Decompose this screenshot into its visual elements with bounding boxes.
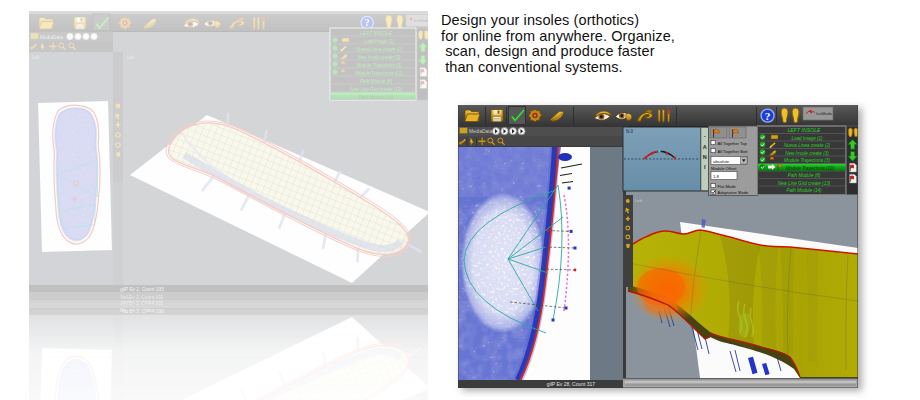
svg-text:Module Trayectoria (13): Module Trayectoria (13) [355,71,403,76]
svg-text:All Together Top: All Together Top [718,141,748,146]
svg-text:A: A [703,144,707,150]
svg-text:1.8: 1.8 [713,174,720,179]
svg-text:Left: Left [127,55,135,60]
svg-text:New Insole create (3): New Insole create (3) [358,55,401,60]
svg-text:InsMode: InsMode [414,18,428,23]
svg-text:Adaptative Mode: Adaptative Mode [718,190,749,195]
svg-text:absolute: absolute [713,159,730,164]
svg-text:MediaData: MediaData [40,35,64,40]
svg-text:New Insole create (3): New Insole create (3) [785,151,829,156]
svg-text:Path Module (8): Path Module (8) [788,173,821,178]
svg-text:MediaData: MediaData [469,129,493,134]
svg-text:LEFT INSOLE: LEFT INSOLE [787,127,821,133]
svg-text:NsLEv 2, Count 192: NsLEv 2, Count 192 [121,295,164,300]
svg-text:New Line Grid create (13): New Line Grid create (13) [350,87,402,92]
svg-text:N: N [703,154,707,160]
svg-text:Module Trayectoria (3): Module Trayectoria (3) [784,158,830,163]
svg-text:Module Trayectoria (10): Module Trayectoria (10) [786,166,835,171]
svg-text:Nueva Linea create (2): Nueva Linea create (2) [356,47,402,52]
svg-text:N.0: N.0 [626,129,634,134]
svg-text:InsMode: InsMode [816,111,833,116]
svg-text:Path Module (14): Path Module (14) [359,95,394,100]
svg-text:LEFT INSOLE: LEFT INSOLE [360,30,393,36]
svg-text:All Together Bott: All Together Bott [718,149,749,154]
svg-text:New Line Grid create (13): New Line Grid create (13) [778,181,831,186]
svg-text:Left: Left [635,198,643,203]
svg-text:Left: Left [32,55,40,60]
svg-text:Load Image (1): Load Image (1) [364,39,395,44]
svg-text:Path Module (14): Path Module (14) [786,188,822,193]
svg-text:gilP Ev 28, Count 317: gilP Ev 28, Count 317 [547,381,595,387]
svg-text:Flat Mode: Flat Mode [718,184,737,189]
svg-text:Path Module (8): Path Module (8) [360,79,393,84]
svg-text:Module Trayectoria (3): Module Trayectoria (3) [357,63,402,68]
svg-text:-: - [704,133,706,139]
svg-text:gilP Ev 2, Count 195: gilP Ev 2, Count 195 [120,287,164,292]
svg-text:Nueva Linea create (2): Nueva Linea create (2) [784,143,831,148]
svg-text:Module Offset: Module Offset [711,166,737,171]
svg-text:Load Image (1): Load Image (1) [791,136,823,141]
